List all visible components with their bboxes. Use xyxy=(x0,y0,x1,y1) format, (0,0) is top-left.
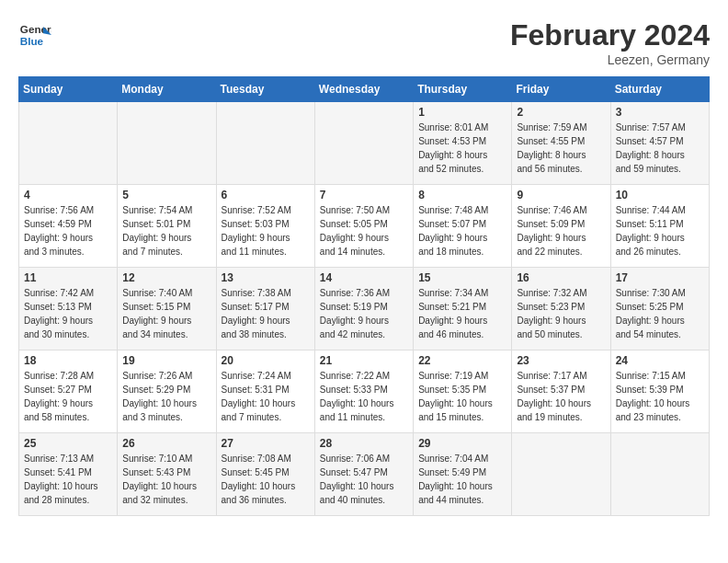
calendar-cell: 4Sunrise: 7:56 AMSunset: 4:59 PMDaylight… xyxy=(19,185,118,268)
calendar-cell xyxy=(610,433,709,516)
day-number: 17 xyxy=(616,271,704,284)
day-info: Sunrise: 7:36 AMSunset: 5:19 PMDaylight:… xyxy=(320,286,408,341)
day-info: Sunrise: 7:17 AMSunset: 5:37 PMDaylight:… xyxy=(517,369,605,424)
calendar-cell xyxy=(118,102,216,185)
calendar-week-row: 1Sunrise: 8:01 AMSunset: 4:53 PMDaylight… xyxy=(19,102,710,185)
calendar-cell: 14Sunrise: 7:36 AMSunset: 5:19 PMDayligh… xyxy=(314,268,413,350)
calendar-cell: 5Sunrise: 7:54 AMSunset: 5:01 PMDaylight… xyxy=(118,185,216,268)
day-number: 10 xyxy=(616,189,704,201)
day-number: 19 xyxy=(122,354,210,367)
calendar-table: SundayMondayTuesdayWednesdayThursdayFrid… xyxy=(18,76,710,516)
day-number: 29 xyxy=(418,437,506,450)
svg-text:Blue: Blue xyxy=(20,35,44,47)
day-info: Sunrise: 7:46 AMSunset: 5:09 PMDaylight:… xyxy=(517,203,605,259)
day-info: Sunrise: 7:13 AMSunset: 5:41 PMDaylight:… xyxy=(24,452,112,507)
calendar-cell: 15Sunrise: 7:34 AMSunset: 5:21 PMDayligh… xyxy=(414,268,512,350)
calendar-week-row: 25Sunrise: 7:13 AMSunset: 5:41 PMDayligh… xyxy=(19,433,710,516)
calendar-cell: 26Sunrise: 7:10 AMSunset: 5:43 PMDayligh… xyxy=(118,433,216,516)
calendar-cell: 9Sunrise: 7:46 AMSunset: 5:09 PMDaylight… xyxy=(512,185,610,268)
calendar-cell: 22Sunrise: 7:19 AMSunset: 5:35 PMDayligh… xyxy=(414,350,512,433)
day-header-saturday: Saturday xyxy=(610,77,709,102)
day-header-tuesday: Tuesday xyxy=(216,77,314,102)
calendar-week-row: 4Sunrise: 7:56 AMSunset: 4:59 PMDaylight… xyxy=(19,185,710,268)
day-info: Sunrise: 7:38 AMSunset: 5:17 PMDaylight:… xyxy=(222,286,310,341)
calendar-cell xyxy=(216,102,314,185)
calendar-cell xyxy=(512,433,610,516)
calendar-cell: 24Sunrise: 7:15 AMSunset: 5:39 PMDayligh… xyxy=(610,350,709,433)
day-number: 20 xyxy=(222,354,310,367)
day-info: Sunrise: 7:30 AMSunset: 5:25 PMDaylight:… xyxy=(616,286,704,341)
day-number: 23 xyxy=(517,354,605,367)
day-info: Sunrise: 7:44 AMSunset: 5:11 PMDaylight:… xyxy=(616,203,704,259)
day-number: 13 xyxy=(222,271,310,284)
day-header-monday: Monday xyxy=(118,77,216,102)
calendar-week-row: 11Sunrise: 7:42 AMSunset: 5:13 PMDayligh… xyxy=(19,268,710,350)
day-number: 27 xyxy=(222,437,310,450)
day-number: 8 xyxy=(418,189,506,201)
location: Leezen, Germany xyxy=(510,52,710,67)
day-info: Sunrise: 7:32 AMSunset: 5:23 PMDaylight:… xyxy=(517,286,605,341)
day-header-friday: Friday xyxy=(512,77,610,102)
day-info: Sunrise: 7:06 AMSunset: 5:47 PMDaylight:… xyxy=(320,452,408,507)
day-number: 12 xyxy=(122,271,210,284)
calendar-cell: 18Sunrise: 7:28 AMSunset: 5:27 PMDayligh… xyxy=(19,350,118,433)
calendar-cell: 11Sunrise: 7:42 AMSunset: 5:13 PMDayligh… xyxy=(19,268,118,350)
day-info: Sunrise: 7:08 AMSunset: 5:45 PMDaylight:… xyxy=(222,452,310,507)
calendar-cell: 8Sunrise: 7:48 AMSunset: 5:07 PMDaylight… xyxy=(414,185,512,268)
calendar-cell: 10Sunrise: 7:44 AMSunset: 5:11 PMDayligh… xyxy=(610,185,709,268)
day-number: 3 xyxy=(616,106,704,119)
day-info: Sunrise: 7:57 AMSunset: 4:57 PMDaylight:… xyxy=(616,121,704,176)
title-block: February 2024 Leezen, Germany xyxy=(510,18,710,67)
logo-icon: General Blue xyxy=(18,18,51,52)
calendar-cell: 23Sunrise: 7:17 AMSunset: 5:37 PMDayligh… xyxy=(512,350,610,433)
day-number: 1 xyxy=(418,106,506,119)
calendar-cell: 28Sunrise: 7:06 AMSunset: 5:47 PMDayligh… xyxy=(314,433,413,516)
day-number: 18 xyxy=(24,354,112,367)
calendar-cell xyxy=(314,102,413,185)
day-number: 5 xyxy=(122,189,210,201)
day-number: 7 xyxy=(320,189,408,201)
calendar-body: 1Sunrise: 8:01 AMSunset: 4:53 PMDaylight… xyxy=(19,102,710,516)
day-number: 6 xyxy=(222,189,310,201)
day-number: 11 xyxy=(24,271,112,284)
day-header-sunday: Sunday xyxy=(19,77,118,102)
calendar-header-row: SundayMondayTuesdayWednesdayThursdayFrid… xyxy=(19,77,710,102)
calendar-cell xyxy=(19,102,118,185)
calendar-cell: 25Sunrise: 7:13 AMSunset: 5:41 PMDayligh… xyxy=(19,433,118,516)
day-info: Sunrise: 7:26 AMSunset: 5:29 PMDaylight:… xyxy=(122,369,210,424)
day-info: Sunrise: 7:19 AMSunset: 5:35 PMDaylight:… xyxy=(418,369,506,424)
day-number: 24 xyxy=(616,354,704,367)
calendar-cell: 20Sunrise: 7:24 AMSunset: 5:31 PMDayligh… xyxy=(216,350,314,433)
day-number: 4 xyxy=(24,189,112,201)
day-info: Sunrise: 7:10 AMSunset: 5:43 PMDaylight:… xyxy=(122,452,210,507)
calendar-cell: 29Sunrise: 7:04 AMSunset: 5:49 PMDayligh… xyxy=(414,433,512,516)
day-info: Sunrise: 7:42 AMSunset: 5:13 PMDaylight:… xyxy=(24,286,112,341)
calendar-cell: 27Sunrise: 7:08 AMSunset: 5:45 PMDayligh… xyxy=(216,433,314,516)
calendar-cell: 2Sunrise: 7:59 AMSunset: 4:55 PMDaylight… xyxy=(512,102,610,185)
day-info: Sunrise: 7:54 AMSunset: 5:01 PMDaylight:… xyxy=(122,203,210,259)
day-number: 16 xyxy=(517,271,605,284)
day-header-thursday: Thursday xyxy=(414,77,512,102)
day-info: Sunrise: 7:56 AMSunset: 4:59 PMDaylight:… xyxy=(24,203,112,259)
month-title: February 2024 xyxy=(510,18,710,52)
calendar-cell: 16Sunrise: 7:32 AMSunset: 5:23 PMDayligh… xyxy=(512,268,610,350)
day-info: Sunrise: 7:04 AMSunset: 5:49 PMDaylight:… xyxy=(418,452,506,507)
day-number: 21 xyxy=(320,354,408,367)
day-header-wednesday: Wednesday xyxy=(314,77,413,102)
day-info: Sunrise: 7:24 AMSunset: 5:31 PMDaylight:… xyxy=(222,369,310,424)
calendar-cell: 1Sunrise: 8:01 AMSunset: 4:53 PMDaylight… xyxy=(414,102,512,185)
calendar-cell: 6Sunrise: 7:52 AMSunset: 5:03 PMDaylight… xyxy=(216,185,314,268)
calendar-cell: 13Sunrise: 7:38 AMSunset: 5:17 PMDayligh… xyxy=(216,268,314,350)
day-number: 26 xyxy=(122,437,210,450)
day-info: Sunrise: 7:40 AMSunset: 5:15 PMDaylight:… xyxy=(122,286,210,341)
day-info: Sunrise: 7:50 AMSunset: 5:05 PMDaylight:… xyxy=(320,203,408,259)
day-number: 2 xyxy=(517,106,605,119)
logo: General Blue xyxy=(18,18,51,52)
day-number: 25 xyxy=(24,437,112,450)
day-info: Sunrise: 7:22 AMSunset: 5:33 PMDaylight:… xyxy=(320,369,408,424)
day-number: 9 xyxy=(517,189,605,201)
day-number: 22 xyxy=(418,354,506,367)
calendar-cell: 19Sunrise: 7:26 AMSunset: 5:29 PMDayligh… xyxy=(118,350,216,433)
day-number: 28 xyxy=(320,437,408,450)
day-number: 14 xyxy=(320,271,408,284)
